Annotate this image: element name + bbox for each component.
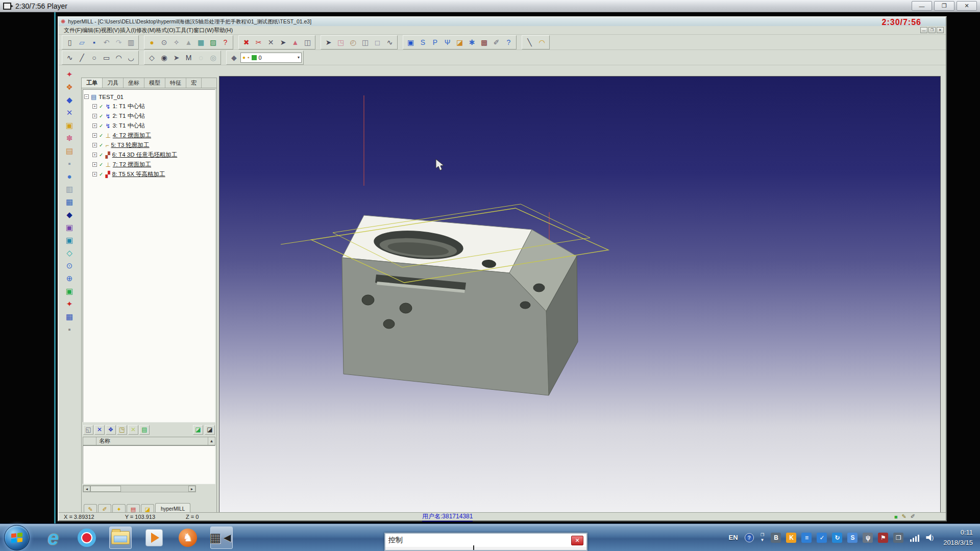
panel-shade-icon[interactable]: ◪: [193, 425, 203, 435]
language-indicator[interactable]: EN: [729, 534, 738, 541]
taskbar-screen-recorder[interactable]: [76, 527, 98, 549]
job-book-icon[interactable]: ▤: [139, 425, 150, 435]
status-pencil-icon[interactable]: ✎: [902, 513, 906, 520]
expander-icon[interactable]: +: [92, 133, 97, 138]
player-restore-button[interactable]: ❐: [934, 1, 954, 11]
power-plug-icon[interactable]: ❒: [893, 533, 903, 543]
layer-manager-icon[interactable]: ◆: [228, 52, 240, 63]
new-icon[interactable]: ▯: [64, 37, 76, 48]
snap1-icon[interactable]: ◌: [195, 52, 207, 63]
strip-more-icon[interactable]: ▪: [63, 323, 76, 335]
cut-icon[interactable]: ✂: [253, 37, 264, 48]
job-verify-icon[interactable]: ❖: [106, 425, 116, 435]
job-new-icon[interactable]: ◱: [83, 425, 93, 435]
scroll-thumb[interactable]: [90, 486, 121, 492]
stamp-icon[interactable]: ◳: [335, 37, 347, 48]
panel-tab[interactable]: 刀具: [103, 78, 124, 88]
hm-tooling-icon[interactable]: Ψ: [442, 37, 453, 48]
menu-item[interactable]: 帮助(H): [214, 27, 233, 33]
tree-row[interactable]: + ✓ ▞ 6: T4 3D 任意毛坯粗加工: [84, 150, 214, 160]
viewport-3d[interactable]: [219, 76, 941, 515]
taskbar-recorder-control[interactable]: ▦◄: [210, 527, 233, 549]
strip-plane-icon[interactable]: ▥: [63, 183, 76, 195]
fillet-icon[interactable]: ◡: [125, 52, 137, 63]
strip-teal-icon[interactable]: ▣: [63, 234, 76, 246]
hm-p-icon[interactable]: P: [429, 37, 441, 48]
menu-item[interactable]: 编辑(E): [82, 27, 101, 33]
strip-blue-grid-icon[interactable]: ▦: [63, 311, 76, 322]
hm-setup-icon[interactable]: ▩: [478, 37, 490, 48]
grab-icon[interactable]: ◉: [158, 52, 170, 63]
strip-box-icon[interactable]: ▣: [63, 119, 76, 131]
player-close-button[interactable]: ✕: [957, 1, 977, 11]
status-pen-icon[interactable]: ✐: [911, 513, 915, 520]
array-icon[interactable]: ◻: [372, 37, 383, 48]
flag-alert-icon[interactable]: ⚑: [878, 533, 888, 543]
hm-wrench-icon[interactable]: ✐: [491, 37, 502, 48]
layer-combobox[interactable]: ● ▪ 0 ▾: [240, 53, 302, 63]
bluetooth-icon[interactable]: B: [771, 533, 781, 543]
undo-icon[interactable]: ↶: [101, 37, 112, 48]
erase-icon[interactable]: ✕: [265, 37, 277, 48]
mdi-restore-button[interactable]: ❐: [928, 27, 936, 33]
expander-icon[interactable]: +: [92, 143, 97, 147]
hm-cam-icon[interactable]: ◪: [454, 37, 465, 48]
menu-item[interactable]: 修改(M): [136, 27, 156, 33]
strip-zoom-in-icon[interactable]: ⊙: [63, 260, 76, 271]
strip-green-icon[interactable]: ▣: [63, 285, 76, 297]
line-tool-icon[interactable]: ╲: [524, 37, 535, 48]
arc-icon[interactable]: ◠: [113, 52, 125, 63]
player-minimize-button[interactable]: —: [912, 1, 932, 11]
scroll-left-icon[interactable]: ◄: [83, 486, 90, 492]
strip-zoom-out-icon[interactable]: ⊕: [63, 272, 76, 284]
circle-icon[interactable]: ○: [88, 52, 100, 63]
rect-icon[interactable]: ▭: [101, 52, 112, 63]
taskbar-internet-explorer[interactable]: e: [42, 527, 64, 549]
delete-icon[interactable]: ✖: [240, 37, 252, 48]
strip-dim-icon[interactable]: ▪: [63, 158, 76, 169]
spline-icon[interactable]: ∿: [64, 52, 76, 63]
hm-machine-icon[interactable]: ✱: [466, 37, 478, 48]
arc-tool-icon[interactable]: ◠: [536, 37, 548, 48]
strip-prism-icon[interactable]: ◆: [63, 209, 76, 220]
expander-icon[interactable]: +: [92, 162, 97, 167]
help-context-icon[interactable]: ?: [219, 37, 231, 48]
kuaiya-icon[interactable]: K: [786, 533, 796, 543]
triangle-icon[interactable]: ▲: [183, 37, 194, 48]
help-tray-icon[interactable]: ?: [745, 533, 754, 542]
panel-tab[interactable]: 坐标: [124, 78, 144, 88]
move-icon[interactable]: ◫: [302, 37, 313, 48]
panel-tab[interactable]: 模型: [144, 78, 165, 88]
compass-icon[interactable]: ✧: [170, 37, 182, 48]
control-dialog-close-button[interactable]: ✕: [571, 536, 583, 545]
copy-icon[interactable]: ◫: [359, 37, 371, 48]
mdi-close-button[interactable]: ✕: [937, 27, 944, 33]
diamond-icon[interactable]: ◇: [146, 52, 158, 63]
scroll-right-icon[interactable]: ►: [188, 486, 195, 492]
network-signal-icon[interactable]: [910, 534, 919, 542]
tree-row[interactable]: + ✓ ↯ 2: T1 中心钻: [84, 111, 214, 121]
strip-purple-icon[interactable]: ▣: [63, 221, 76, 233]
tree-row[interactable]: + ✓ ↯ 3: T1 中心钻: [84, 121, 214, 131]
combo-dropdown-arrow[interactable]: ▾: [298, 55, 300, 60]
redo-icon[interactable]: ↷: [113, 37, 125, 48]
path-icon[interactable]: ∿: [384, 37, 396, 48]
measure-icon[interactable]: M: [183, 52, 194, 63]
status-swatch-icon[interactable]: ■: [894, 514, 898, 520]
list-scroll-up-icon[interactable]: ▲: [208, 437, 215, 445]
pointer-icon[interactable]: ➤: [323, 37, 334, 48]
strip-sheet-icon[interactable]: ▤: [63, 145, 76, 157]
clock[interactable]: 0:11 2018/3/15: [943, 528, 973, 547]
tree-root-row[interactable]: − ▤ TEST_01: [84, 92, 214, 102]
open-icon[interactable]: ▱: [76, 37, 88, 48]
cursor-pick-icon[interactable]: ➤: [170, 52, 182, 63]
tree-row[interactable]: + ✓ ⊥ 7: T2 摆面加工: [84, 160, 214, 169]
panel-tab[interactable]: 特征: [165, 78, 186, 88]
hm-s-icon[interactable]: S: [417, 37, 429, 48]
taskbar-horse-browser[interactable]: ♞: [177, 527, 199, 549]
strip-diamond-icon[interactable]: ◇: [63, 247, 76, 259]
taskbar-windows-explorer[interactable]: [109, 527, 132, 549]
usb-icon[interactable]: ψ: [863, 533, 873, 543]
print-icon[interactable]: ▨: [207, 37, 219, 48]
line-icon[interactable]: ╱: [76, 52, 88, 63]
